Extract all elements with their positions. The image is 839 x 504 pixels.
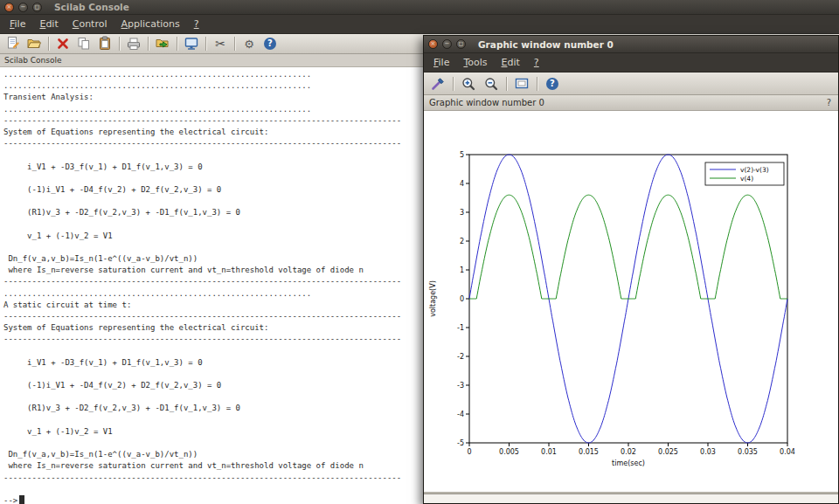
scilab-menu-help[interactable]: ? xyxy=(187,16,206,32)
svg-text:0.04: 0.04 xyxy=(780,448,795,456)
prompt-label: --> xyxy=(3,496,17,504)
change-directory-icon xyxy=(155,36,170,52)
dock-help-button[interactable]: ? xyxy=(825,98,833,107)
svg-text:1: 1 xyxy=(460,266,464,274)
toolbar-separator xyxy=(537,77,537,91)
scilab-menubar: FileEditControlApplications? xyxy=(0,15,839,34)
toolbar-separator xyxy=(119,37,120,51)
scilab-menu-edit[interactable]: Edit xyxy=(32,16,65,32)
graphic-window: × − ◻ Graphic window number 0 FileToolsE… xyxy=(423,35,839,504)
scilab-menu-applications[interactable]: Applications xyxy=(114,16,187,32)
svg-text:?: ? xyxy=(267,38,273,48)
svg-text:0: 0 xyxy=(467,448,471,456)
svg-text:0.03: 0.03 xyxy=(700,448,716,456)
about-icon: ? xyxy=(262,36,278,52)
svg-text:0.005: 0.005 xyxy=(499,448,519,456)
svg-text:v(2)-v(3): v(2)-v(3) xyxy=(740,166,769,174)
svg-text:-2: -2 xyxy=(457,353,464,361)
zoom-out-icon xyxy=(483,76,499,92)
help-button[interactable]: ? xyxy=(541,73,564,93)
help-icon: ? xyxy=(544,76,560,92)
scilab-menu-file[interactable]: File xyxy=(3,16,32,32)
graphic-toolbar: ? xyxy=(424,72,838,95)
zoom-in-icon xyxy=(461,76,476,92)
plot-area[interactable]: 00.0050.010.0150.020.0250.030.0350.04-5-… xyxy=(424,111,838,492)
demonstrations-icon xyxy=(184,36,199,52)
svg-text:4: 4 xyxy=(460,180,464,188)
original-view-button[interactable] xyxy=(510,73,533,93)
text-cursor xyxy=(19,495,24,504)
zoom-out-button[interactable] xyxy=(480,73,503,93)
scilab-titlebar[interactable]: × − ◻ Scilab Console xyxy=(0,0,839,15)
svg-text:0.035: 0.035 xyxy=(738,448,758,456)
figure-dock-label: Graphic window number 0 xyxy=(429,98,544,107)
svg-text:3: 3 xyxy=(460,209,464,217)
print-icon xyxy=(126,36,142,52)
maximize-button[interactable]: ◻ xyxy=(456,39,466,49)
toolbar-separator xyxy=(177,37,177,51)
svg-text:voltage(V): voltage(V) xyxy=(429,280,437,317)
edit-figure-button[interactable] xyxy=(426,73,449,93)
console-dock-label: Scilab Console xyxy=(4,56,61,65)
graphic-menu-file[interactable]: File xyxy=(426,54,456,71)
preferences-button[interactable]: ⚙ xyxy=(239,35,260,53)
maximize-button[interactable]: ◻ xyxy=(32,3,42,12)
svg-text:time(sec): time(sec) xyxy=(612,459,645,467)
svg-text:⚙: ⚙ xyxy=(244,38,254,51)
svg-text:0.01: 0.01 xyxy=(541,448,557,456)
toolbar-separator xyxy=(148,37,149,51)
open-file-button[interactable] xyxy=(24,35,45,53)
graphic-titlebar[interactable]: × − ◻ Graphic window number 0 xyxy=(424,36,838,53)
graphic-menu-help[interactable]: ? xyxy=(527,54,546,71)
minimize-button[interactable]: − xyxy=(18,3,28,12)
cut-button[interactable] xyxy=(52,35,73,53)
change-directory-button[interactable] xyxy=(152,35,173,53)
original-view-icon xyxy=(514,76,530,92)
about-button[interactable]: ? xyxy=(260,35,281,53)
svg-text:-3: -3 xyxy=(457,382,464,390)
figure-canvas[interactable]: 00.0050.010.0150.020.0250.030.0350.04-5-… xyxy=(424,111,838,492)
figure-statusbar xyxy=(424,494,838,503)
graphic-menu-edit[interactable]: Edit xyxy=(495,54,527,71)
svg-text:2: 2 xyxy=(460,238,464,245)
svg-text:-5: -5 xyxy=(457,439,464,447)
demonstrations-button[interactable] xyxy=(181,35,202,53)
copy-button[interactable] xyxy=(73,35,94,53)
graphic-menubar: FileToolsEdit? xyxy=(424,53,838,72)
toolbar-separator xyxy=(48,37,49,51)
print-button[interactable] xyxy=(123,35,144,53)
preferences-icon: ⚙ xyxy=(241,36,257,52)
svg-text:0.02: 0.02 xyxy=(621,448,636,456)
figure-dock-header: Graphic window number 0 ? xyxy=(424,95,838,111)
svg-text:0: 0 xyxy=(460,295,464,303)
window-title: Graphic window number 0 xyxy=(478,39,614,50)
scinotes-icon xyxy=(5,36,21,52)
paste-icon xyxy=(97,36,113,52)
graphic-menu-tools[interactable]: Tools xyxy=(456,54,494,71)
toolbar-separator xyxy=(506,77,507,91)
close-button[interactable]: × xyxy=(4,3,14,12)
svg-text:✂: ✂ xyxy=(215,37,225,51)
toolbar-separator xyxy=(453,77,454,91)
open-file-icon xyxy=(26,36,42,52)
edit-figure-icon xyxy=(430,76,446,92)
copy-icon xyxy=(76,36,92,52)
svg-text:5: 5 xyxy=(460,151,464,159)
scilab-menu-control[interactable]: Control xyxy=(66,16,114,32)
minimize-button[interactable]: − xyxy=(442,39,452,49)
close-button[interactable]: × xyxy=(428,39,438,49)
svg-text:?: ? xyxy=(550,79,555,88)
svg-text:v(4): v(4) xyxy=(740,175,753,183)
zoom-in-button[interactable] xyxy=(457,73,480,93)
svg-text:0.025: 0.025 xyxy=(658,448,678,456)
svg-text:-1: -1 xyxy=(457,324,464,332)
scinotes-button[interactable] xyxy=(3,35,24,53)
paste-button[interactable] xyxy=(94,35,115,53)
xcos-button[interactable]: ✂ xyxy=(210,35,231,53)
cut-icon xyxy=(55,36,71,52)
window-title: Scilab Console xyxy=(54,2,129,12)
xcos-icon: ✂ xyxy=(212,36,228,52)
svg-text:0.015: 0.015 xyxy=(579,448,599,456)
toolbar-separator xyxy=(234,37,235,51)
toolbar-separator xyxy=(205,37,206,51)
